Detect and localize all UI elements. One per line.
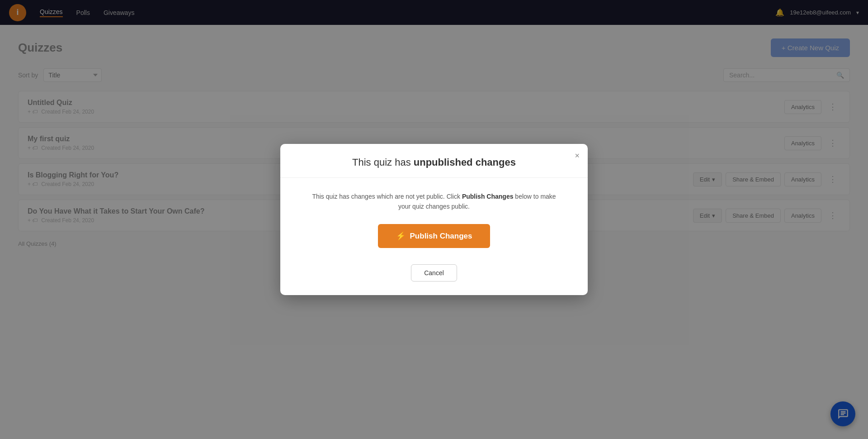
modal-overlay: This quiz has unpublished changes × This… [0, 0, 868, 439]
publish-changes-button[interactable]: ⚡ Publish Changes [378, 224, 491, 248]
unpublished-changes-modal: This quiz has unpublished changes × This… [280, 144, 588, 296]
cancel-button[interactable]: Cancel [411, 264, 457, 282]
modal-body: This quiz has changes which are not yet … [280, 178, 588, 296]
modal-title-prefix: This quiz has [352, 157, 414, 168]
modal-close-button[interactable]: × [575, 151, 580, 161]
modal-header: This quiz has unpublished changes × [280, 144, 588, 178]
modal-description: This quiz has changes which are not yet … [307, 191, 561, 212]
modal-title: This quiz has unpublished changes [298, 157, 570, 168]
modal-desc-highlight: Publish Changes [462, 193, 514, 200]
modal-desc-part1: This quiz has changes which are not yet … [312, 193, 462, 200]
modal-title-highlight: unpublished changes [414, 157, 516, 168]
publish-icon: ⚡ [396, 231, 406, 241]
publish-label: Publish Changes [410, 232, 472, 241]
